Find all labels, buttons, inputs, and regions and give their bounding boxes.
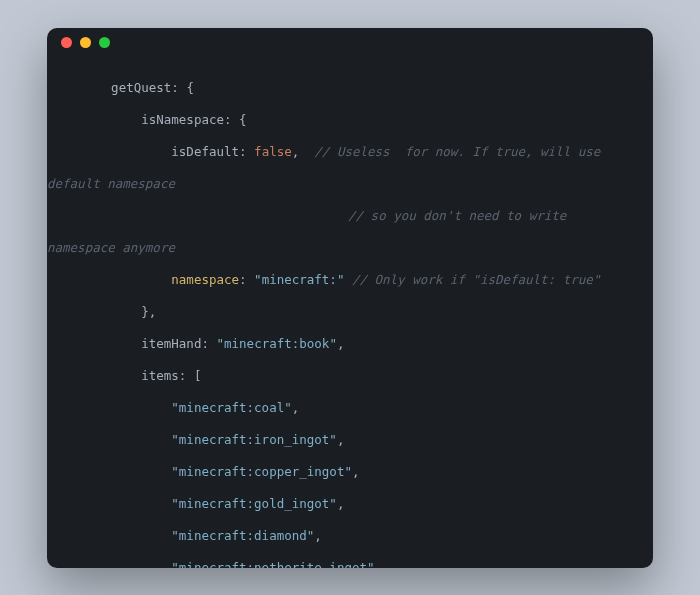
item-str: "minecraft:diamond" bbox=[171, 528, 314, 543]
close-icon[interactable] bbox=[61, 37, 72, 48]
key-getquest: getQuest bbox=[111, 80, 171, 95]
key-itemhand: itemHand bbox=[141, 336, 201, 351]
punct: , bbox=[337, 432, 345, 447]
code-block: getQuest: { isNamespace: { isDefault: fa… bbox=[47, 58, 653, 568]
key-items: items bbox=[141, 368, 179, 383]
key-isdefault: isDefault bbox=[171, 144, 239, 159]
code-line: "minecraft:diamond", bbox=[47, 528, 653, 544]
comment: namespace anymore bbox=[47, 240, 175, 255]
comment: // Useless for now. If true, will use bbox=[314, 144, 600, 159]
punct: : bbox=[239, 144, 254, 159]
code-line: itemHand: "minecraft:book", bbox=[47, 336, 653, 352]
key-namespace: namespace bbox=[171, 272, 239, 287]
item-str: "minecraft:copper_ingot" bbox=[171, 464, 352, 479]
code-line: getQuest: { bbox=[47, 80, 653, 96]
key-isnamespace: isNamespace bbox=[141, 112, 224, 127]
str-namespace: "minecraft:" bbox=[254, 272, 344, 287]
maximize-icon[interactable] bbox=[99, 37, 110, 48]
code-line: "minecraft:coal", bbox=[47, 400, 653, 416]
code-line: default namespace bbox=[47, 176, 653, 192]
code-line: // so you don't need to write bbox=[47, 208, 653, 224]
item-str: "minecraft:coal" bbox=[171, 400, 291, 415]
punct: : [ bbox=[179, 368, 202, 383]
punct: : bbox=[239, 272, 254, 287]
str-itemhand: "minecraft:book" bbox=[217, 336, 337, 351]
comment: // so you don't need to write bbox=[348, 208, 566, 223]
punct: : bbox=[201, 336, 216, 351]
punct: , bbox=[292, 144, 315, 159]
punct: , bbox=[352, 464, 360, 479]
code-line: isDefault: false, // Useless for now. If… bbox=[47, 144, 653, 160]
comment: // Only work if "isDefault: true" bbox=[352, 272, 600, 287]
minimize-icon[interactable] bbox=[80, 37, 91, 48]
code-line: isNamespace: { bbox=[47, 112, 653, 128]
punct: , bbox=[337, 496, 345, 511]
item-str: "minecraft:iron_ingot" bbox=[171, 432, 337, 447]
code-line: items: [ bbox=[47, 368, 653, 384]
punct: , bbox=[314, 528, 322, 543]
code-line: "minecraft:iron_ingot", bbox=[47, 432, 653, 448]
item-str: "minecraft:netherite_ingot" bbox=[171, 560, 374, 568]
punct: : { bbox=[171, 80, 194, 95]
punct: , bbox=[292, 400, 300, 415]
item-str: "minecraft:gold_ingot" bbox=[171, 496, 337, 511]
punct: }, bbox=[141, 304, 156, 319]
punct: : { bbox=[224, 112, 247, 127]
window-titlebar bbox=[47, 28, 653, 58]
comment: default namespace bbox=[47, 176, 175, 191]
punct: , bbox=[337, 336, 345, 351]
code-window: getQuest: { isNamespace: { isDefault: fa… bbox=[47, 28, 653, 568]
code-line: "minecraft:netherite_ingot" bbox=[47, 560, 653, 568]
comment bbox=[47, 208, 348, 223]
punct bbox=[344, 272, 352, 287]
code-line: namespace: "minecraft:" // Only work if … bbox=[47, 272, 653, 288]
code-line: namespace anymore bbox=[47, 240, 653, 256]
code-line: "minecraft:gold_ingot", bbox=[47, 496, 653, 512]
code-line: }, bbox=[47, 304, 653, 320]
code-line: "minecraft:copper_ingot", bbox=[47, 464, 653, 480]
bool-isdefault: false bbox=[254, 144, 292, 159]
